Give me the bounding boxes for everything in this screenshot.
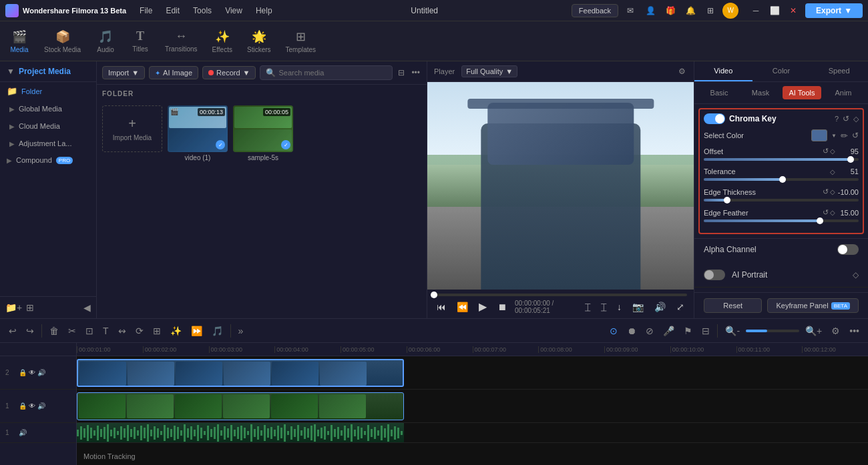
progress-bar[interactable] bbox=[434, 294, 687, 296]
add-to-timeline-button[interactable]: ↓ bbox=[614, 300, 624, 314]
marker-button[interactable]: ⚑ bbox=[680, 324, 696, 338]
tolerance-slider[interactable] bbox=[704, 178, 859, 181]
subtab-ai-tools[interactable]: AI Tools bbox=[783, 86, 821, 99]
toolbar-templates[interactable]: ⊞ Templates bbox=[279, 27, 323, 56]
feedback-button[interactable]: Feedback bbox=[572, 4, 618, 17]
edge-thickness-reset-icon[interactable]: ↺ bbox=[823, 187, 829, 196]
track-lock-icon[interactable]: 🔒 bbox=[19, 369, 27, 376]
edge-feather-diamond-icon[interactable]: ◇ bbox=[830, 209, 835, 216]
preview-settings-icon[interactable]: ⚙ bbox=[677, 65, 687, 77]
settings-tl-button[interactable]: ⚙ bbox=[828, 324, 843, 338]
subtab-anim[interactable]: Anim bbox=[824, 86, 863, 99]
track-audio-icon[interactable]: 🔊 bbox=[19, 429, 27, 436]
eyedropper-icon[interactable]: ✏ bbox=[841, 131, 848, 141]
toolbar-stock-media[interactable]: 📦 Stock Media bbox=[37, 27, 87, 56]
import-button[interactable]: Import ▼ bbox=[102, 66, 145, 79]
tolerance-diamond-icon[interactable]: ◇ bbox=[830, 168, 835, 175]
bell-icon[interactable]: 🔔 bbox=[682, 3, 698, 19]
redo-button[interactable]: ↪ bbox=[23, 324, 37, 338]
add-folder-icon[interactable]: 📁+ bbox=[5, 302, 22, 313]
adjustment-layer-item[interactable]: ▶ Adjustment La... bbox=[3, 135, 93, 151]
toolbar-stickers[interactable]: 🌟 Stickers bbox=[240, 27, 278, 56]
multiclip-button[interactable]: ⊟ bbox=[698, 324, 713, 338]
chroma-help-icon[interactable]: ? bbox=[835, 115, 839, 123]
zoom-in-button[interactable]: 🔍+ bbox=[802, 324, 825, 338]
menu-view[interactable]: View bbox=[220, 3, 248, 18]
color-swatch[interactable] bbox=[811, 129, 827, 141]
text-button[interactable]: T bbox=[99, 324, 112, 338]
menu-help[interactable]: Help bbox=[250, 3, 278, 18]
track-audio-icon[interactable]: 🔊 bbox=[37, 369, 45, 376]
edge-feather-reset-icon[interactable]: ↺ bbox=[823, 208, 829, 217]
message-icon[interactable]: ✉ bbox=[622, 3, 638, 19]
offset-slider[interactable] bbox=[704, 158, 859, 161]
crop-button[interactable]: ⊡ bbox=[82, 324, 97, 338]
tab-color[interactable]: Color bbox=[752, 61, 811, 81]
video-clip-2[interactable] bbox=[77, 359, 404, 387]
chroma-key-toggle[interactable] bbox=[704, 113, 725, 124]
reset-button[interactable]: Reset bbox=[704, 298, 762, 313]
tab-speed[interactable]: Speed bbox=[810, 61, 868, 81]
offset-handle[interactable] bbox=[847, 156, 854, 163]
global-media-item[interactable]: ▶ Global Media bbox=[3, 101, 93, 117]
offset-reset-icon[interactable]: ↺ bbox=[823, 147, 829, 155]
filter-icon[interactable]: ⊟ bbox=[397, 67, 406, 79]
zoom-slider[interactable] bbox=[746, 330, 799, 332]
collapse-panel-icon[interactable]: ◀ bbox=[83, 302, 91, 313]
ai-portrait-toggle[interactable] bbox=[704, 270, 725, 280]
play-button[interactable]: ▶ bbox=[476, 299, 489, 314]
track-audio-icon[interactable]: 🔊 bbox=[37, 402, 45, 410]
subtab-mask[interactable]: Mask bbox=[741, 86, 780, 99]
ai-image-button[interactable]: ✦ AI Image bbox=[149, 66, 198, 79]
apps-icon[interactable]: ⊞ bbox=[702, 3, 718, 19]
cut-button[interactable]: ✂ bbox=[65, 324, 79, 338]
tolerance-handle[interactable] bbox=[779, 176, 786, 183]
import-media-tile[interactable]: + Import Media bbox=[102, 105, 162, 161]
toolbar-effects[interactable]: ✨ Effects bbox=[206, 27, 239, 56]
folder-item[interactable]: 📁 Folder bbox=[0, 82, 96, 100]
edge-thickness-diamond-icon[interactable]: ◇ bbox=[830, 188, 835, 195]
undo-button[interactable]: ↩ bbox=[5, 324, 20, 338]
color-dropdown-icon[interactable]: ▼ bbox=[831, 133, 837, 139]
video-clip-1[interactable] bbox=[77, 392, 404, 420]
record-tl-button[interactable]: ⏺ bbox=[624, 324, 640, 338]
maximize-button[interactable]: ⬜ bbox=[767, 3, 783, 19]
effects-tl-button[interactable]: ✨ bbox=[167, 324, 185, 338]
quality-selector[interactable]: Full Quality ▼ bbox=[461, 65, 517, 77]
keyframe-panel-button[interactable]: Keyframe Panel BETA bbox=[767, 298, 859, 313]
add-media-icon[interactable]: ⊞ bbox=[26, 302, 34, 313]
mark-in-button[interactable]: ⌶ bbox=[582, 300, 593, 314]
menu-file[interactable]: File bbox=[134, 3, 158, 18]
transform-button[interactable]: ⊞ bbox=[150, 324, 164, 338]
edge-thickness-slider[interactable] bbox=[704, 199, 859, 201]
cloud-media-item[interactable]: ▶ Cloud Media bbox=[3, 118, 93, 134]
skip-back-button[interactable]: ⏮ bbox=[434, 300, 449, 314]
rotate-button[interactable]: ⟳ bbox=[132, 324, 147, 338]
progress-handle[interactable] bbox=[431, 292, 437, 298]
media-item-sample5s[interactable]: 00:00:05 ✓ sample-5s bbox=[233, 105, 293, 161]
menu-tools[interactable]: Tools bbox=[188, 3, 217, 18]
collapse-arrow[interactable]: ▼ bbox=[7, 67, 15, 76]
menu-edit[interactable]: Edit bbox=[160, 3, 185, 18]
snap-button[interactable]: ⊙ bbox=[606, 324, 621, 338]
more-tl-button[interactable]: » bbox=[235, 324, 247, 338]
close-button[interactable]: ✕ bbox=[785, 3, 801, 19]
import-tile[interactable]: + Import Media bbox=[102, 105, 162, 152]
select-color-reset-icon[interactable]: ↺ bbox=[852, 131, 859, 140]
delete-button[interactable]: 🗑 bbox=[46, 324, 62, 338]
media-item-video1[interactable]: 00:00:13 🎬 ✓ video (1) bbox=[168, 105, 228, 161]
track-visible-icon[interactable]: 👁 bbox=[29, 369, 35, 376]
export-button[interactable]: Export ▼ bbox=[805, 3, 863, 18]
more-options-icon[interactable]: ••• bbox=[410, 67, 421, 79]
chroma-reset-icon[interactable]: ↺ bbox=[843, 114, 849, 123]
offset-diamond-icon[interactable]: ◇ bbox=[830, 147, 835, 155]
avatar[interactable]: W bbox=[722, 3, 738, 19]
audio-tl-button[interactable]: 🎵 bbox=[208, 324, 226, 338]
toolbar-media[interactable]: 🎬 Media bbox=[3, 27, 36, 56]
people-icon[interactable]: 👤 bbox=[642, 3, 658, 19]
edge-feather-handle[interactable] bbox=[817, 217, 823, 224]
edge-feather-slider[interactable] bbox=[704, 219, 859, 222]
ai-portrait-settings-icon[interactable]: ◇ bbox=[853, 270, 859, 280]
speed-button[interactable]: ⏩ bbox=[188, 324, 206, 338]
smooth-button[interactable]: ↭ bbox=[115, 324, 130, 338]
